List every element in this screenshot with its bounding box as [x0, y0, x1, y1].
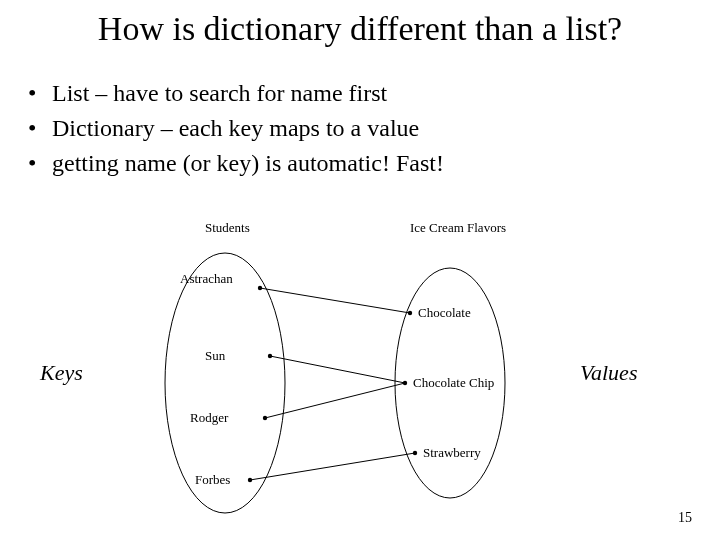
bullet-item: • List – have to search for name first — [28, 76, 720, 111]
value-node-label: Chocolate Chip — [413, 375, 494, 390]
bullet-dot-icon: • — [28, 76, 52, 111]
value-node-label: Chocolate — [418, 305, 471, 320]
bullet-list: • List – have to search for name first •… — [28, 76, 720, 180]
slide-title: How is dictionary different than a list? — [0, 10, 720, 48]
left-set-header: Students — [205, 220, 250, 235]
mapping-edge-icon — [265, 383, 405, 418]
bullet-text: Dictionary – each key maps to a value — [52, 111, 419, 146]
key-node-label: Forbes — [195, 472, 230, 487]
bullet-dot-icon: • — [28, 146, 52, 181]
right-set-header: Ice Cream Flavors — [410, 220, 506, 235]
bullet-text: List – have to search for name first — [52, 76, 387, 111]
value-node-label: Strawberry — [423, 445, 481, 460]
bullet-dot-icon: • — [28, 111, 52, 146]
key-node-label: Rodger — [190, 410, 229, 425]
mapping-diagram: Students Ice Cream Flavors Astrachan Sun… — [150, 218, 570, 518]
key-node-label: Sun — [205, 348, 226, 363]
bullet-item: • getting name (or key) is automatic! Fa… — [28, 146, 720, 181]
keys-label: Keys — [40, 360, 83, 386]
bullet-text: getting name (or key) is automatic! Fast… — [52, 146, 444, 181]
values-label: Values — [580, 360, 637, 386]
mapping-edge-icon — [260, 288, 410, 313]
key-node-label: Astrachan — [180, 271, 233, 286]
mapping-edge-icon — [270, 356, 405, 383]
page-number: 15 — [678, 510, 692, 526]
bullet-item: • Dictionary – each key maps to a value — [28, 111, 720, 146]
